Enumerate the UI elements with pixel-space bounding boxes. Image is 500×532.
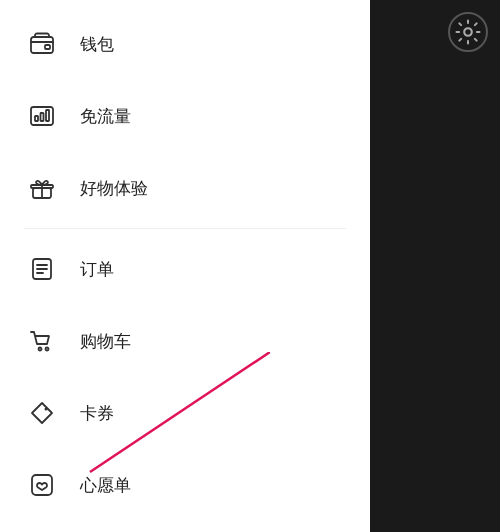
gear-button[interactable]	[448, 12, 488, 52]
svg-rect-5	[46, 110, 49, 121]
menu-item-wallet[interactable]: 钱包	[0, 8, 370, 80]
menu-item-good-experience[interactable]: 好物体验	[0, 152, 370, 224]
wallet-icon	[24, 26, 60, 62]
cart-label: 购物车	[80, 330, 131, 353]
svg-point-9	[39, 348, 42, 351]
wishlist-icon	[24, 467, 60, 503]
side-panel	[370, 0, 500, 532]
cart-icon	[24, 323, 60, 359]
order-icon	[24, 251, 60, 287]
divider	[24, 228, 346, 229]
menu-item-orders[interactable]: 订单	[0, 233, 370, 305]
orders-label: 订单	[80, 258, 114, 281]
wallet-label: 钱包	[80, 33, 114, 56]
gift-icon	[24, 170, 60, 206]
good-experience-label: 好物体验	[80, 177, 148, 200]
menu-item-free-data[interactable]: 免流量	[0, 80, 370, 152]
svg-rect-1	[45, 45, 50, 49]
menu-item-card-voucher[interactable]: 卡券	[0, 377, 370, 449]
menu-list: 钱包 免流量	[0, 0, 370, 521]
card-voucher-label: 卡券	[80, 402, 114, 425]
svg-rect-3	[35, 116, 38, 121]
menu-item-wishlist[interactable]: 心愿单	[0, 449, 370, 521]
svg-point-10	[46, 348, 49, 351]
svg-point-11	[45, 408, 48, 411]
wishlist-label: 心愿单	[80, 474, 131, 497]
free-data-label: 免流量	[80, 105, 131, 128]
tag-icon	[24, 395, 60, 431]
svg-point-13	[464, 28, 472, 36]
menu-item-cart[interactable]: 购物车	[0, 305, 370, 377]
svg-rect-4	[41, 113, 44, 121]
main-panel: 钱包 免流量	[0, 0, 370, 532]
signal-icon	[24, 98, 60, 134]
